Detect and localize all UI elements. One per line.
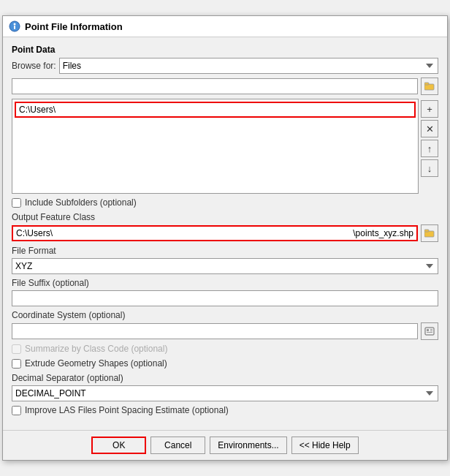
move-down-button[interactable]: ↓: [421, 159, 438, 177]
summarize-class-row: Summarize by Class Code (optional): [12, 344, 438, 354]
side-buttons: + ✕ ↑ ↓: [421, 100, 438, 177]
move-up-button[interactable]: ↑: [421, 140, 438, 157]
file-format-select[interactable]: XYZ XYZI XYZRGB XYZC: [12, 258, 438, 274]
coord-system-row: [12, 322, 438, 340]
environments-button[interactable]: Environments...: [210, 437, 286, 454]
summarize-class-label: Summarize by Class Code (optional): [25, 344, 167, 354]
dialog-title: Point File Information: [25, 21, 123, 32]
file-suffix-label: File Suffix (optional): [12, 278, 438, 288]
output-value-left: C:\Users\: [16, 228, 353, 238]
decimal-separator-label: Decimal Separator (optional): [12, 373, 438, 383]
dialog-window: Point File Information Point Data Browse…: [2, 15, 448, 461]
footer: OK Cancel Environments... << Hide Help: [3, 430, 447, 460]
point-data-label: Point Data: [12, 45, 438, 55]
add-button[interactable]: +: [421, 100, 438, 118]
include-subfolders-row: Include Subfolders (optional): [12, 197, 438, 208]
dialog-body: Point Data Browse for: Files Folders C:\…: [3, 37, 447, 426]
decimal-separator-select[interactable]: DECIMAL_POINT DECIMAL_COMMA: [12, 385, 438, 401]
browse-for-select[interactable]: Files Folders: [59, 58, 438, 74]
improve-las-label: Improve LAS Files Point Spacing Estimate…: [25, 405, 229, 415]
cancel-button[interactable]: Cancel: [150, 437, 205, 454]
output-feature-row: C:\Users\ \points_xyz.shp: [12, 224, 438, 242]
title-bar: Point File Information: [3, 16, 447, 37]
output-browse-btn[interactable]: [421, 224, 438, 242]
svg-rect-9: [430, 329, 432, 330]
coord-system-input[interactable]: [12, 323, 418, 339]
include-subfolders-checkbox[interactable]: [12, 198, 21, 208]
browse-folder-btn[interactable]: [421, 78, 438, 95]
extrude-geometry-row: Extrude Geometry Shapes (optional): [12, 358, 438, 369]
extrude-geometry-label: Extrude Geometry Shapes (optional): [25, 358, 167, 369]
svg-rect-10: [430, 330, 432, 331]
svg-rect-4: [424, 83, 429, 85]
extrude-geometry-checkbox[interactable]: [12, 359, 21, 369]
include-subfolders-label: Include Subfolders (optional): [25, 197, 137, 208]
output-feature-input[interactable]: C:\Users\ \points_xyz.shp: [12, 225, 418, 241]
file-format-row: XYZ XYZI XYZRGB XYZC: [12, 258, 438, 274]
improve-las-row: Improve LAS Files Point Spacing Estimate…: [12, 405, 438, 415]
output-value-right: \points_xyz.shp: [353, 228, 413, 238]
coord-browse-btn[interactable]: [421, 322, 438, 340]
svg-rect-7: [425, 328, 434, 335]
svg-rect-2: [14, 26, 15, 29]
browse-for-label: Browse for:: [12, 61, 56, 71]
dialog-icon: [9, 20, 20, 32]
svg-rect-8: [427, 329, 429, 331]
svg-rect-11: [427, 332, 432, 333]
decimal-separator-row: DECIMAL_POINT DECIMAL_COMMA: [12, 385, 438, 401]
summarize-class-checkbox[interactable]: [12, 344, 21, 354]
file-suffix-row: [12, 290, 438, 306]
file-list-container: C:\Users\ + ✕ ↑ ↓: [12, 99, 438, 194]
coord-system-label: Coordinate System (optional): [12, 310, 438, 320]
file-format-label: File Format: [12, 246, 438, 256]
file-suffix-input[interactable]: [12, 290, 438, 306]
svg-point-1: [14, 23, 16, 26]
improve-las-checkbox[interactable]: [12, 406, 21, 415]
browse-for-row: Browse for: Files Folders: [12, 58, 438, 74]
file-list: C:\Users\: [12, 99, 419, 194]
ok-button[interactable]: OK: [91, 437, 146, 454]
output-section-label: Output Feature Class: [12, 212, 438, 222]
svg-rect-6: [424, 230, 429, 232]
search-row: [12, 78, 438, 95]
hide-help-button[interactable]: << Hide Help: [291, 437, 359, 454]
search-input[interactable]: [12, 78, 418, 94]
remove-button[interactable]: ✕: [421, 120, 438, 137]
list-item[interactable]: C:\Users\: [15, 102, 416, 118]
